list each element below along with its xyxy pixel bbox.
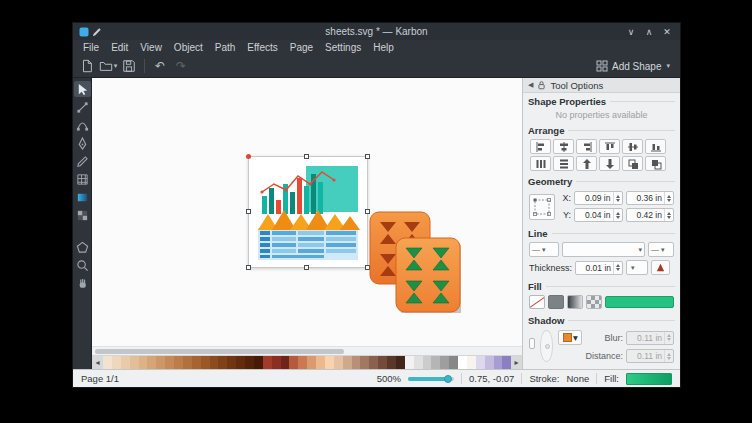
maximize-button[interactable]: ∧ [642,27,656,37]
palette-swatch[interactable] [405,356,414,369]
sheets-logo-object[interactable] [369,211,461,313]
palette-swatch[interactable] [458,356,467,369]
fill-gradient-button[interactable] [567,295,583,309]
palette-right-arrow-icon[interactable]: ▸ [511,356,522,369]
menu-settings[interactable]: Settings [319,40,367,55]
palette-swatch[interactable] [210,356,219,369]
menu-file[interactable]: File [77,40,105,55]
add-shape-button[interactable]: Add Shape ▾ [590,57,676,76]
menu-object[interactable]: Object [168,40,209,55]
open-dropdown-chevron-icon[interactable]: ▾ [114,62,118,70]
palette-swatch[interactable] [343,356,352,369]
zoom-slider[interactable] [408,377,454,381]
palette-swatch[interactable] [165,356,174,369]
menu-path[interactable]: Path [209,40,242,55]
palette-swatch[interactable] [103,356,112,369]
open-document-button[interactable]: ▾ [98,57,118,76]
spin-arrows[interactable] [613,262,622,274]
palette-swatch[interactable] [396,356,405,369]
align-top-button[interactable] [599,139,620,154]
palette-swatch[interactable] [156,356,165,369]
redo-button[interactable]: ↷ [171,57,191,76]
zoom-slider-knob[interactable] [444,375,452,383]
palette-swatch[interactable] [449,356,458,369]
selection-handle[interactable] [365,154,370,159]
palette-swatch[interactable] [414,356,423,369]
shadow-color-combo[interactable]: ▾ [558,330,582,345]
line-end-combo[interactable]: —▾ [648,242,674,257]
minimize-button[interactable]: ∨ [624,27,638,37]
menu-page[interactable]: Page [284,40,319,55]
spin-arrows[interactable] [613,192,622,204]
palette-swatch[interactable] [440,356,449,369]
distribute-vertical-button[interactable] [553,156,574,171]
titlebar[interactable]: sheets.svg * — Karbon ∨ ∧ ✕ [73,23,680,40]
save-button[interactable] [119,57,139,76]
palette-swatch[interactable] [298,356,307,369]
palette-swatch[interactable] [272,356,281,369]
tool-shape-button[interactable] [74,239,91,255]
palette-swatch[interactable] [360,356,369,369]
align-left-button[interactable] [530,139,551,154]
palette-swatch[interactable] [316,356,325,369]
tool-zoom-button[interactable] [74,257,91,273]
line-join-combo[interactable]: ▾ [626,260,648,275]
palette-swatch[interactable] [307,356,316,369]
palette-swatch[interactable] [236,356,245,369]
palette-swatch[interactable] [289,356,298,369]
palette-swatch[interactable] [281,356,290,369]
y-position-spinbox[interactable]: 0.04 in [574,208,623,222]
send-to-back-button[interactable] [645,156,666,171]
spin-arrows[interactable] [664,192,673,204]
palette-swatch[interactable] [139,356,148,369]
fill-color-bar[interactable] [605,296,674,308]
distance-spinbox[interactable]: 0.11 in [626,349,674,363]
palette-swatch[interactable] [352,356,361,369]
line-style-combo[interactable]: ▾ [562,242,645,257]
palette-swatch[interactable] [254,356,263,369]
statusbar-fill-swatch[interactable] [626,373,672,385]
fill-none-button[interactable] [529,295,545,309]
spin-arrows[interactable] [613,209,622,221]
raise-button[interactable] [576,156,597,171]
new-document-button[interactable] [77,57,97,76]
horizontal-scrollbar[interactable] [92,346,522,355]
tool-pattern-button[interactable] [74,207,91,223]
lower-button[interactable] [599,156,620,171]
shadow-enable-checkbox[interactable] [529,338,535,349]
palette-swatch[interactable] [245,356,254,369]
palette-swatch[interactable] [174,356,183,369]
blur-spinbox[interactable]: 0.11 in [626,331,674,345]
palette-swatch[interactable] [369,356,378,369]
undo-button[interactable]: ↶ [150,57,170,76]
align-right-button[interactable] [576,139,597,154]
dial-knob[interactable] [545,344,550,349]
x-position-spinbox[interactable]: 0.09 in [574,191,623,205]
selection-handle[interactable] [246,265,251,270]
palette-swatch[interactable] [147,356,156,369]
height-spinbox[interactable]: 0.42 in [626,208,675,222]
palette-swatch[interactable] [467,356,476,369]
menu-edit[interactable]: Edit [105,40,134,55]
palette-swatch[interactable] [130,356,139,369]
align-bottom-button[interactable] [645,139,666,154]
palette-swatch[interactable] [378,356,387,369]
dock-collapse-icon[interactable]: ◀ [528,81,533,89]
palette-swatch[interactable] [201,356,210,369]
palette-swatch[interactable] [423,356,432,369]
chart-image-object[interactable] [248,156,368,268]
shadow-angle-dial[interactable] [540,330,554,362]
palette-swatch[interactable] [476,356,485,369]
align-hcenter-button[interactable] [553,139,574,154]
tool-gradient-button[interactable] [74,189,91,205]
palette-swatch[interactable] [192,356,201,369]
palette-swatch[interactable] [112,356,121,369]
palette-swatch[interactable] [227,356,236,369]
palette-swatch[interactable] [218,356,227,369]
menu-effects[interactable]: Effects [241,40,283,55]
palette-swatch[interactable] [183,356,192,369]
palette-swatch[interactable] [325,356,334,369]
menu-help[interactable]: Help [367,40,400,55]
menu-view[interactable]: View [134,40,168,55]
palette-swatch[interactable] [263,356,272,369]
